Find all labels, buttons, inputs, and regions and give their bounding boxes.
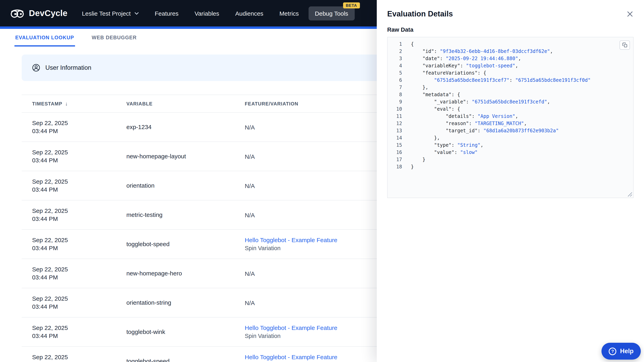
variable-name: metric-testing	[126, 211, 162, 218]
timestamp-date: Sep 22, 2025	[32, 236, 126, 244]
raw-data-label: Raw Data	[387, 26, 644, 33]
close-icon	[627, 12, 633, 18]
timestamp-time: 03:44 PM	[32, 156, 126, 164]
timestamp-cell: Sep 22, 2025 03:44 PM	[22, 171, 126, 200]
variable-cell: orientation-string	[126, 288, 245, 317]
variable-name: orientation-string	[126, 299, 171, 306]
close-button[interactable]	[626, 10, 634, 18]
brand-name: DevCycle	[29, 8, 68, 18]
variable-cell: new-homepage-hero	[126, 259, 245, 288]
timestamp-date: Sep 22, 2025	[32, 324, 126, 332]
drawer-header: Evaluation Details	[377, 0, 644, 18]
help-button[interactable]: ? Help	[602, 343, 641, 360]
timestamp-time: 03:44 PM	[32, 186, 126, 194]
variable-cell: exp-1234	[126, 112, 245, 142]
nav-item-audiences[interactable]: Audiences	[235, 10, 264, 17]
variable-name: togglebot-wink	[126, 328, 165, 335]
timestamp-cell: Sep 22, 2025 03:44 PM	[22, 317, 126, 347]
variable-name: exp-1234	[126, 123, 152, 130]
banner-title: User Information	[45, 64, 91, 71]
brand[interactable]: DevCycle	[10, 8, 68, 18]
tab-web-debugger[interactable]: WEB DEBUGGER	[91, 29, 138, 46]
timestamp-cell: Sep 22, 2025 03:44 PM	[22, 259, 126, 288]
timestamp-cell: Sep 22, 2025 03:44 PM	[22, 288, 126, 317]
nav-item-metrics[interactable]: Metrics	[280, 10, 299, 17]
raw-data-code-block: 1{2 "id": "9f3e4b32-6ebb-4d16-8bef-03dcc…	[387, 37, 634, 198]
timestamp-date: Sep 22, 2025	[32, 265, 126, 273]
timestamp-date: Sep 22, 2025	[32, 207, 126, 215]
timestamp-date: Sep 22, 2025	[32, 119, 126, 127]
code-content: 1{2 "id": "9f3e4b32-6ebb-4d16-8bef-03dcc…	[388, 40, 633, 170]
evaluation-details-drawer: Evaluation Details Raw Data 1{2 "id": "9…	[377, 0, 644, 362]
timestamp-time: 03:44 PM	[32, 332, 126, 340]
debug-tools-label: Debug Tools	[315, 10, 348, 17]
timestamp-cell: Sep 22, 2025 03:44 PM	[22, 200, 126, 230]
user-circle-icon	[32, 63, 40, 72]
chevron-down-icon	[134, 12, 139, 15]
variable-cell: togglebot-wink	[126, 317, 245, 347]
column-label-timestamp: TIMESTAMP	[32, 101, 62, 107]
timestamp-cell: Sep 22, 2025 03:44 PM	[22, 347, 126, 362]
timestamp-time: 03:44 PM	[32, 361, 126, 362]
timestamp-time: 03:44 PM	[32, 215, 126, 223]
help-label: Help	[620, 348, 634, 355]
timestamp-time: 03:44 PM	[32, 127, 126, 135]
column-header-variable: VARIABLE	[126, 95, 245, 112]
column-header-timestamp[interactable]: TIMESTAMP↓	[22, 95, 126, 112]
variable-name: togglebot-speed	[126, 358, 170, 362]
code-scroll-area[interactable]: 1{2 "id": "9f3e4b32-6ebb-4d16-8bef-03dcc…	[388, 37, 633, 198]
beta-badge: BETA	[343, 2, 360, 8]
timestamp-date: Sep 22, 2025	[32, 148, 126, 156]
variable-cell: togglebot-speed	[126, 230, 245, 259]
timestamp-date: Sep 22, 2025	[32, 353, 126, 361]
question-mark-icon: ?	[609, 347, 616, 355]
project-name: Leslie Test Project	[82, 10, 130, 17]
variable-name: togglebot-speed	[126, 241, 170, 247]
nav-item-variables[interactable]: Variables	[194, 10, 219, 17]
variable-name: new-homepage-hero	[126, 270, 182, 277]
devcycle-logo-icon	[10, 8, 25, 18]
timestamp-date: Sep 22, 2025	[32, 295, 126, 303]
variable-name: orientation	[126, 182, 154, 189]
project-selector[interactable]: Leslie Test Project	[82, 10, 139, 17]
app-viewport: DevCycle Leslie Test Project Features Va…	[0, 0, 644, 362]
resize-handle-icon[interactable]	[628, 192, 632, 197]
sort-desc-icon: ↓	[65, 101, 68, 107]
variable-cell: metric-testing	[126, 200, 245, 230]
copy-icon	[622, 42, 627, 48]
primary-nav: Features Variables Audiences Metrics	[155, 10, 299, 17]
variable-cell: new-homepage-layout	[126, 142, 245, 171]
drawer-title: Evaluation Details	[387, 10, 453, 18]
variable-cell: togglebot-speed	[126, 347, 245, 362]
timestamp-cell: Sep 22, 2025 03:44 PM	[22, 112, 126, 142]
timestamp-cell: Sep 22, 2025 03:44 PM	[22, 142, 126, 171]
variable-cell: orientation	[126, 171, 245, 200]
timestamp-date: Sep 22, 2025	[32, 178, 126, 186]
tab-evaluation-lookup[interactable]: EVALUATION LOOKUP	[14, 29, 75, 46]
nav-item-features[interactable]: Features	[155, 10, 178, 17]
timestamp-time: 03:44 PM	[32, 244, 126, 252]
copy-button[interactable]	[620, 40, 630, 50]
timestamp-time: 03:44 PM	[32, 303, 126, 311]
timestamp-time: 03:44 PM	[32, 273, 126, 281]
variable-name: new-homepage-layout	[126, 153, 186, 160]
timestamp-cell: Sep 22, 2025 03:44 PM	[22, 230, 126, 259]
nav-item-debug-tools[interactable]: Debug Tools BETA	[308, 6, 354, 20]
